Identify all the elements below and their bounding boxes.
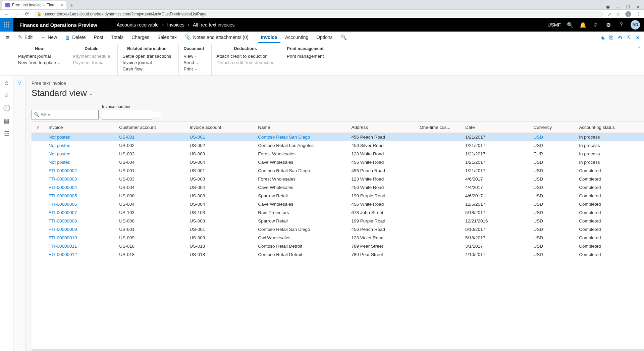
row-checkbox[interactable] — [32, 200, 45, 208]
zoom-icon[interactable]: ⤢ — [607, 11, 611, 17]
ribbon-new-from-template[interactable]: New from template⌄ — [18, 59, 60, 66]
cell-name[interactable]: Rain Projectors — [255, 208, 348, 217]
table-row[interactable]: Not postedUS-001US-001Contoso Retail San… — [32, 133, 644, 142]
cell-invoice[interactable]: Not posted — [45, 150, 116, 158]
cell-customer[interactable]: US-004 — [116, 158, 186, 166]
cell-name[interactable]: Contoso Retail Los Angeles — [255, 141, 348, 150]
cell-invoice[interactable]: FTI-00000004 — [45, 183, 116, 192]
recent-icon[interactable]: 🕘 — [3, 104, 10, 112]
row-checkbox[interactable] — [32, 242, 45, 250]
company-code[interactable]: USMF — [547, 22, 561, 28]
cell-name[interactable]: Cave Wholesales — [255, 183, 348, 192]
maximize-icon[interactable]: ❐ — [626, 4, 630, 9]
cell-currency[interactable]: USD — [530, 250, 576, 259]
app-launcher-icon[interactable] — [0, 18, 13, 32]
refresh-icon[interactable]: ⟲ — [618, 35, 622, 41]
cell-customer[interactable]: US-018 — [116, 250, 186, 259]
back-icon[interactable]: ← — [3, 11, 10, 17]
table-row[interactable]: FTI-00000010US-009US-009Owl Wholesales12… — [32, 234, 644, 242]
cell-currency[interactable]: USD — [530, 234, 576, 242]
totals-button[interactable]: Totals — [108, 33, 127, 43]
nav-hamburger-icon[interactable]: ≡ — [2, 34, 13, 41]
cell-customer[interactable]: US-001 — [116, 166, 186, 175]
cell-name[interactable]: Sparrow Retail — [255, 192, 348, 200]
cell-customer[interactable]: US-004 — [116, 183, 186, 192]
forward-icon[interactable]: → — [13, 11, 20, 17]
address-box[interactable]: 🔒 usnconeboxax1aos.cloud.onebox.dynamics… — [34, 11, 604, 17]
delete-button[interactable]: 🗑Delete — [62, 33, 89, 43]
cell-invoice-account[interactable]: US-009 — [186, 234, 255, 242]
cell-currency[interactable]: USD — [530, 200, 576, 208]
table-row[interactable]: FTI-00000011US-018US-018Contoso Retail D… — [32, 242, 644, 250]
profile-icon[interactable] — [625, 11, 631, 17]
cell-invoice-account[interactable]: US-103 — [186, 208, 255, 217]
help-icon[interactable]: ? — [618, 21, 625, 28]
cell-customer[interactable]: US-001 — [116, 225, 186, 234]
cell-invoice[interactable]: Not posted — [45, 141, 116, 150]
gear-icon[interactable]: ⚙ — [605, 21, 612, 28]
ribbon-settle-open[interactable]: Settle open transactions — [122, 53, 171, 59]
cell-name[interactable]: Forest Wholesales — [255, 150, 348, 158]
cell-currency[interactable]: USD — [530, 175, 576, 183]
view-selector[interactable]: Standard view ⌄ — [32, 88, 644, 98]
ribbon-view[interactable]: View⌄ — [183, 53, 204, 59]
smiley-icon[interactable]: ☺ — [592, 21, 599, 28]
cell-invoice[interactable]: FTI-00000007 — [45, 208, 116, 217]
row-checkbox[interactable] — [32, 234, 45, 242]
row-checkbox[interactable] — [32, 250, 45, 259]
table-row[interactable]: FTI-00000004US-004US-004Cave Wholesales4… — [32, 183, 644, 192]
col-name[interactable]: Name — [255, 122, 348, 133]
menu-icon[interactable]: ⋮ — [636, 11, 641, 17]
cell-invoice[interactable]: FTI-00000012 — [45, 250, 116, 259]
table-row[interactable]: FTI-00000008US-008US-008Sparrow Retail19… — [32, 217, 644, 225]
cell-invoice-account[interactable]: US-001 — [186, 133, 255, 142]
cell-currency[interactable]: USD — [530, 166, 576, 175]
cell-currency[interactable]: USD — [530, 225, 576, 234]
cell-invoice[interactable]: Not posted — [45, 158, 116, 166]
table-row[interactable]: Not postedUS-002US-002Contoso Retail Los… — [32, 141, 644, 150]
cell-name[interactable]: Owl Wholesales — [255, 234, 348, 242]
bell-icon[interactable]: 🔔 — [580, 21, 586, 28]
close-page-icon[interactable]: ✕ — [636, 35, 640, 41]
table-row[interactable]: FTI-00000002US-001US-001Contoso Retail S… — [32, 166, 644, 175]
new-button[interactable]: ＋New — [37, 32, 60, 44]
cell-customer[interactable]: US-002 — [116, 141, 186, 150]
invoice-number-input[interactable] — [104, 112, 161, 117]
cell-currency[interactable]: USD — [530, 141, 576, 150]
office-icon[interactable]: ⎘ — [609, 35, 613, 41]
table-row[interactable]: FTI-00000005US-008US-008Sparrow Retail19… — [32, 192, 644, 200]
filter-icon[interactable]: ▽ — [17, 79, 21, 86]
cell-invoice-account[interactable]: US-001 — [186, 225, 255, 234]
cell-currency[interactable]: USD — [530, 133, 576, 142]
row-checkbox[interactable] — [32, 150, 45, 158]
cell-invoice-account[interactable]: US-003 — [186, 150, 255, 158]
cell-name[interactable]: Contoso Retail Detroit — [255, 250, 348, 259]
table-row[interactable]: FTI-00000003US-003US-003Forest Wholesale… — [32, 175, 644, 183]
invoice-number-box[interactable] — [102, 110, 152, 119]
cell-invoice-account[interactable]: US-003 — [186, 175, 255, 183]
cell-currency[interactable]: USD — [530, 158, 576, 166]
workspaces-icon[interactable]: ▦ — [4, 117, 9, 124]
table-row[interactable]: Not postedUS-003US-003Forest Wholesales1… — [32, 150, 644, 158]
modules-icon[interactable]: ☲ — [4, 130, 9, 137]
cell-invoice-account[interactable]: US-008 — [186, 217, 255, 225]
cell-customer[interactable]: US-018 — [116, 242, 186, 250]
row-checkbox[interactable] — [32, 158, 45, 166]
cell-customer[interactable]: US-003 — [116, 175, 186, 183]
row-checkbox[interactable] — [32, 225, 45, 234]
row-checkbox[interactable] — [32, 175, 45, 183]
cell-customer[interactable]: US-008 — [116, 217, 186, 225]
cell-invoice-account[interactable]: US-002 — [186, 141, 255, 150]
action-search-button[interactable]: 🔍 — [337, 32, 350, 43]
row-checkbox[interactable] — [32, 133, 45, 142]
collapse-ribbon-icon[interactable]: ⌃ — [637, 46, 641, 51]
cell-customer[interactable]: US-009 — [116, 234, 186, 242]
col-invoice[interactable]: Invoice — [45, 122, 116, 133]
close-icon[interactable]: × — [60, 2, 63, 8]
cell-name[interactable]: Contoso Retail San Diego — [255, 166, 348, 175]
notes-button[interactable]: 📎Notes and attachments (0) — [181, 32, 252, 43]
col-currency[interactable]: Currency — [530, 122, 576, 133]
browser-tab[interactable]: Free text invoice -- Fina… × — [2, 1, 66, 9]
ribbon-payment-journal[interactable]: Payment journal — [18, 53, 60, 59]
table-row[interactable]: FTI-00000012US-018US-018Contoso Retail D… — [32, 250, 644, 259]
